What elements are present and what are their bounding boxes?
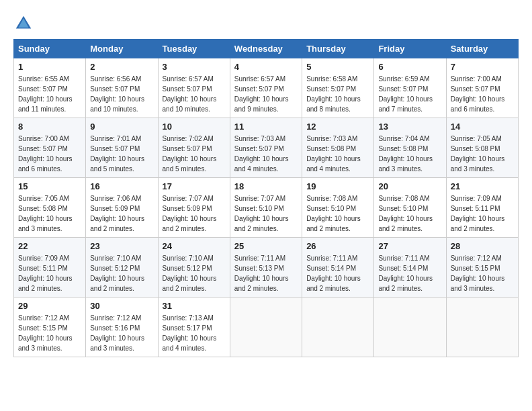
day-info: Sunrise: 7:11 AM Sunset: 5:14 PM Dayligh… (378, 253, 441, 293)
sunset-label: Sunset: 5:07 PM (451, 85, 500, 93)
day-info: Sunrise: 7:00 AM Sunset: 5:07 PM Dayligh… (451, 74, 514, 114)
calendar-cell: 2 Sunrise: 6:56 AM Sunset: 5:07 PM Dayli… (86, 58, 158, 118)
day-info: Sunrise: 7:12 AM Sunset: 5:15 PM Dayligh… (451, 253, 514, 293)
calendar-cell: 23 Sunrise: 7:10 AM Sunset: 5:12 PM Dayl… (86, 238, 158, 298)
daylight-label: Daylight: 10 hours and 2 minutes. (90, 275, 144, 292)
day-info: Sunrise: 7:10 AM Sunset: 5:12 PM Dayligh… (90, 253, 153, 293)
daylight-label: Daylight: 10 hours and 2 minutes. (306, 215, 361, 232)
day-info: Sunrise: 7:03 AM Sunset: 5:08 PM Dayligh… (306, 134, 369, 174)
calendar-cell: 26 Sunrise: 7:11 AM Sunset: 5:14 PM Dayl… (302, 238, 374, 298)
sunrise-label: Sunrise: 7:04 AM (378, 135, 429, 142)
calendar-cell: 7 Sunrise: 7:00 AM Sunset: 5:07 PM Dayli… (446, 58, 518, 118)
day-number: 31 (163, 301, 226, 311)
sunset-label: Sunset: 5:08 PM (306, 145, 356, 152)
sunset-label: Sunset: 5:07 PM (163, 145, 212, 152)
daylight-label: Daylight: 10 hours and 2 minutes. (234, 275, 289, 292)
daylight-label: Daylight: 10 hours and 2 minutes. (306, 275, 361, 292)
day-number: 20 (378, 181, 441, 191)
page-header (13, 13, 519, 34)
calendar-cell: 4 Sunrise: 6:57 AM Sunset: 5:07 PM Dayli… (230, 58, 302, 118)
day-info: Sunrise: 7:07 AM Sunset: 5:10 PM Dayligh… (234, 193, 298, 234)
day-info: Sunrise: 7:05 AM Sunset: 5:08 PM Dayligh… (18, 193, 81, 234)
day-info: Sunrise: 7:05 AM Sunset: 5:08 PM Dayligh… (451, 134, 514, 174)
calendar-cell (446, 298, 518, 357)
daylight-label: Daylight: 10 hours and 4 minutes. (163, 334, 217, 352)
day-info: Sunrise: 7:11 AM Sunset: 5:13 PM Dayligh… (234, 253, 298, 293)
daylight-label: Daylight: 10 hours and 4 minutes. (234, 155, 289, 173)
daylight-label: Daylight: 10 hours and 10 minutes. (90, 95, 144, 113)
day-number: 4 (234, 62, 298, 72)
daylight-label: Daylight: 10 hours and 9 minutes. (234, 95, 289, 113)
daylight-label: Daylight: 10 hours and 2 minutes. (90, 215, 144, 232)
calendar-cell: 16 Sunrise: 7:06 AM Sunset: 5:09 PM Dayl… (86, 178, 158, 238)
sunrise-label: Sunrise: 7:11 AM (234, 255, 285, 262)
daylight-label: Daylight: 10 hours and 6 minutes. (451, 95, 505, 113)
daylight-label: Daylight: 10 hours and 5 minutes. (90, 155, 144, 173)
sunrise-label: Sunrise: 6:57 AM (163, 75, 214, 83)
day-info: Sunrise: 7:12 AM Sunset: 5:15 PM Dayligh… (18, 313, 81, 353)
day-info: Sunrise: 6:57 AM Sunset: 5:07 PM Dayligh… (234, 74, 298, 114)
calendar-cell: 9 Sunrise: 7:01 AM Sunset: 5:07 PM Dayli… (86, 118, 158, 178)
day-info: Sunrise: 7:10 AM Sunset: 5:12 PM Dayligh… (163, 253, 226, 293)
calendar-cell: 11 Sunrise: 7:03 AM Sunset: 5:07 PM Dayl… (230, 118, 302, 178)
day-info: Sunrise: 7:02 AM Sunset: 5:07 PM Dayligh… (163, 134, 226, 174)
day-number: 30 (90, 301, 153, 311)
sunset-label: Sunset: 5:07 PM (18, 145, 68, 152)
sunset-label: Sunset: 5:07 PM (90, 145, 140, 152)
sunset-label: Sunset: 5:14 PM (306, 265, 356, 272)
sunset-label: Sunset: 5:09 PM (163, 205, 212, 212)
calendar-cell: 14 Sunrise: 7:05 AM Sunset: 5:08 PM Dayl… (446, 118, 518, 178)
calendar-cell: 12 Sunrise: 7:03 AM Sunset: 5:08 PM Dayl… (302, 118, 374, 178)
day-info: Sunrise: 7:03 AM Sunset: 5:07 PM Dayligh… (234, 134, 298, 174)
weekday-header-tuesday: Tuesday (158, 40, 230, 58)
sunset-label: Sunset: 5:17 PM (163, 324, 212, 332)
day-number: 15 (18, 181, 81, 191)
calendar-cell: 18 Sunrise: 7:07 AM Sunset: 5:10 PM Dayl… (230, 178, 302, 238)
day-number: 18 (234, 181, 298, 191)
sunset-label: Sunset: 5:10 PM (234, 205, 284, 212)
sunrise-label: Sunrise: 7:12 AM (451, 255, 502, 262)
day-number: 21 (451, 181, 514, 191)
calendar-cell: 20 Sunrise: 7:08 AM Sunset: 5:10 PM Dayl… (374, 178, 446, 238)
sunrise-label: Sunrise: 7:01 AM (90, 135, 141, 142)
daylight-label: Daylight: 10 hours and 11 minutes. (18, 95, 73, 113)
daylight-label: Daylight: 10 hours and 10 minutes. (163, 95, 217, 113)
weekday-header-friday: Friday (374, 40, 446, 58)
calendar-week-row: 29 Sunrise: 7:12 AM Sunset: 5:15 PM Dayl… (14, 298, 519, 357)
calendar-week-row: 22 Sunrise: 7:09 AM Sunset: 5:11 PM Dayl… (14, 238, 519, 298)
daylight-label: Daylight: 10 hours and 3 minutes. (18, 334, 73, 352)
sunrise-label: Sunrise: 6:57 AM (234, 75, 285, 83)
day-number: 7 (451, 62, 514, 72)
sunrise-label: Sunrise: 7:00 AM (18, 135, 69, 142)
calendar-week-row: 15 Sunrise: 7:05 AM Sunset: 5:08 PM Dayl… (14, 178, 519, 238)
daylight-label: Daylight: 10 hours and 2 minutes. (378, 215, 433, 232)
calendar-cell (302, 298, 374, 357)
sunrise-label: Sunrise: 6:55 AM (18, 75, 69, 83)
daylight-label: Daylight: 10 hours and 5 minutes. (163, 155, 217, 173)
day-info: Sunrise: 7:00 AM Sunset: 5:07 PM Dayligh… (18, 134, 81, 174)
sunset-label: Sunset: 5:15 PM (18, 324, 68, 332)
calendar-cell (230, 298, 302, 357)
sunrise-label: Sunrise: 7:11 AM (378, 255, 429, 262)
day-number: 10 (163, 122, 226, 132)
day-number: 25 (234, 241, 298, 251)
day-number: 8 (18, 122, 81, 132)
day-info: Sunrise: 6:55 AM Sunset: 5:07 PM Dayligh… (18, 74, 81, 114)
daylight-label: Daylight: 10 hours and 2 minutes. (378, 275, 433, 292)
daylight-label: Daylight: 10 hours and 2 minutes. (163, 275, 217, 292)
sunrise-label: Sunrise: 7:09 AM (451, 195, 502, 202)
sunrise-label: Sunrise: 6:56 AM (90, 75, 141, 83)
day-number: 23 (90, 241, 153, 251)
day-info: Sunrise: 7:06 AM Sunset: 5:09 PM Dayligh… (90, 193, 153, 234)
day-number: 11 (234, 122, 298, 132)
daylight-label: Daylight: 10 hours and 2 minutes. (163, 215, 217, 232)
sunset-label: Sunset: 5:11 PM (18, 265, 68, 272)
day-info: Sunrise: 6:56 AM Sunset: 5:07 PM Dayligh… (90, 74, 153, 114)
sunrise-label: Sunrise: 7:10 AM (90, 255, 141, 262)
day-info: Sunrise: 7:12 AM Sunset: 5:16 PM Dayligh… (90, 313, 153, 353)
day-info: Sunrise: 7:08 AM Sunset: 5:10 PM Dayligh… (378, 193, 441, 234)
daylight-label: Daylight: 10 hours and 3 minutes. (18, 215, 73, 232)
sunrise-label: Sunrise: 7:12 AM (18, 314, 69, 322)
sunset-label: Sunset: 5:13 PM (234, 265, 284, 272)
calendar-cell: 22 Sunrise: 7:09 AM Sunset: 5:11 PM Dayl… (14, 238, 86, 298)
